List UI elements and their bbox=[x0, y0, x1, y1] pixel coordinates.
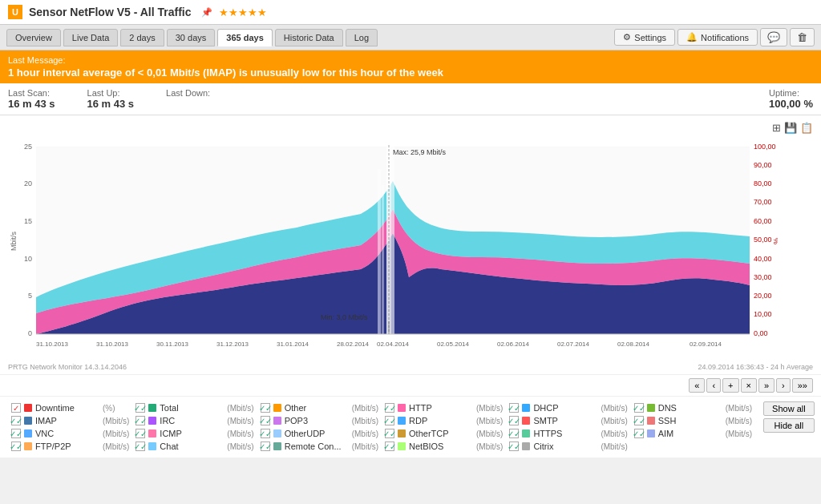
legend-dot-netbios bbox=[398, 442, 406, 450]
legend-item-citrix: ✓ Citrix (Mbit/s) bbox=[506, 440, 630, 453]
nav-close-button[interactable]: × bbox=[741, 378, 757, 393]
legend-label-total: Total bbox=[160, 403, 224, 413]
legend-check-imap[interactable]: ✓ bbox=[11, 416, 21, 425]
tab-2days[interactable]: 2 days bbox=[120, 29, 164, 46]
legend-check-othertcp[interactable]: ✓ bbox=[385, 429, 394, 438]
svg-text:02.09.2014: 02.09.2014 bbox=[690, 341, 722, 348]
legend-unit-vnc: (Mbit/s) bbox=[103, 429, 129, 438]
legend-check-smtp[interactable]: ✓ bbox=[509, 416, 519, 425]
legend-unit-icmp: (Mbit/s) bbox=[227, 429, 253, 438]
tab-overview[interactable]: Overview bbox=[6, 29, 61, 46]
legend-check-vnc[interactable]: ✓ bbox=[11, 429, 21, 438]
legend-check-otherudp[interactable]: ✓ bbox=[261, 429, 270, 438]
legend-unit-dhcp: (Mbit/s) bbox=[601, 404, 627, 413]
delete-button[interactable]: 🗑 bbox=[790, 28, 815, 46]
legend-check-dhcp[interactable]: ✓ bbox=[509, 403, 519, 413]
legend-check-other[interactable]: ✓ bbox=[261, 403, 270, 413]
svg-text:Max: 25,9 Mbit/s: Max: 25,9 Mbit/s bbox=[393, 148, 447, 156]
legend-unit-total: (Mbit/s) bbox=[227, 404, 253, 413]
legend-unit-netbios: (Mbit/s) bbox=[476, 442, 503, 451]
svg-text:Mbit/s: Mbit/s bbox=[10, 232, 18, 252]
legend-item-othertcp: ✓ OtherTCP (Mbit/s) bbox=[382, 427, 506, 440]
last-up: Last Up: 16 m 43 s bbox=[87, 88, 135, 110]
legend-check-https[interactable]: ✓ bbox=[509, 429, 519, 438]
show-all-button[interactable]: Show all bbox=[763, 401, 815, 416]
notifications-button[interactable]: 🔔 Notifications bbox=[677, 29, 758, 46]
nav-last-button[interactable]: »» bbox=[792, 378, 813, 393]
legend-label-ssh: SSH bbox=[658, 416, 722, 425]
uptime: Uptime: 100,00 % bbox=[769, 88, 813, 110]
legend-check-pop3[interactable]: ✓ bbox=[261, 416, 270, 425]
legend-check-netbios[interactable]: ✓ bbox=[385, 442, 394, 451]
legend-check-ftp[interactable]: ✓ bbox=[11, 442, 21, 451]
svg-text:%: % bbox=[772, 238, 778, 244]
svg-text:30.11.2013: 30.11.2013 bbox=[156, 341, 189, 348]
chart-svg: 25 20 15 10 5 0 Mbit/s 100,00 90,00 80,0… bbox=[8, 137, 778, 361]
legend-columns: Downtime (%) ✓ IMAP (Mbit/s) ✓ VNC (Mbit… bbox=[8, 401, 755, 453]
legend-col-5: ✓ DHCP (Mbit/s) ✓ SMTP (Mbit/s) ✓ HTTPS … bbox=[506, 401, 630, 453]
legend-check-dns[interactable]: ✓ bbox=[634, 403, 644, 413]
svg-rect-29 bbox=[382, 185, 384, 334]
legend-label-netbios: NetBIOS bbox=[409, 442, 473, 451]
tab-365days[interactable]: 365 days bbox=[217, 29, 272, 46]
legend-check-rdp[interactable]: ✓ bbox=[385, 416, 394, 425]
tab-livedata[interactable]: Live Data bbox=[63, 29, 118, 46]
chart-share-icon[interactable]: 📋 bbox=[800, 122, 813, 134]
legend-label-https: HTTPS bbox=[533, 429, 597, 438]
legend-check-citrix[interactable]: ✓ bbox=[509, 442, 519, 451]
legend-unit-aim: (Mbit/s) bbox=[726, 429, 752, 438]
legend-check-chat[interactable]: ✓ bbox=[135, 442, 145, 451]
legend-col-4: ✓ HTTP (Mbit/s) ✓ RDP (Mbit/s) ✓ OtherTC… bbox=[382, 401, 506, 453]
legend-label-citrix: Citrix bbox=[533, 442, 597, 451]
legend-check-icmp[interactable]: ✓ bbox=[135, 429, 145, 438]
settings-button[interactable]: ⚙ Settings bbox=[614, 29, 675, 46]
legend-check-ssh[interactable]: ✓ bbox=[634, 416, 644, 425]
svg-text:02.04.2014: 02.04.2014 bbox=[377, 341, 410, 348]
chart-container: ⊞ 💾 📋 25 20 15 10 5 0 Mbit/s 100,00 90,0… bbox=[0, 115, 821, 374]
chart-expand-icon[interactable]: ⊞ bbox=[772, 122, 781, 134]
chart-save-icon[interactable]: 💾 bbox=[784, 122, 797, 134]
nav-prev-button[interactable]: ‹ bbox=[706, 378, 721, 393]
legend-dot-chat bbox=[148, 442, 156, 450]
legend-label-rdp: RDP bbox=[409, 416, 473, 425]
legend-check-remotecon[interactable]: ✓ bbox=[261, 442, 270, 451]
chart-footer-right: 24.09.2014 16:36:43 - 24 h Average bbox=[698, 363, 813, 371]
title-bar: U Sensor NetFlow V5 - All Traffic 📌 ★★★★… bbox=[0, 0, 821, 25]
nav-zoom-in-button[interactable]: + bbox=[722, 378, 738, 393]
legend-unit-imap: (Mbit/s) bbox=[103, 417, 129, 425]
legend-check-total[interactable]: ✓ bbox=[135, 403, 145, 413]
legend-check-downtime[interactable] bbox=[11, 403, 21, 413]
nav-next-button[interactable]: › bbox=[776, 378, 791, 393]
hide-all-button[interactable]: Hide all bbox=[763, 418, 815, 433]
legend-check-http[interactable]: ✓ bbox=[385, 403, 394, 413]
legend-item-https: ✓ HTTPS (Mbit/s) bbox=[506, 427, 630, 440]
nav-zoom-out-button[interactable]: » bbox=[758, 378, 774, 393]
svg-text:0: 0 bbox=[28, 329, 32, 337]
svg-text:28.02.2014: 28.02.2014 bbox=[337, 341, 370, 348]
legend-label-irc: IRC bbox=[160, 416, 224, 425]
tab-log[interactable]: Log bbox=[346, 29, 378, 46]
legend-item-imap: ✓ IMAP (Mbit/s) bbox=[8, 414, 132, 427]
legend-dot-ssh bbox=[647, 417, 655, 425]
tab-historicdata[interactable]: Historic Data bbox=[275, 29, 343, 46]
tab-30days[interactable]: 30 days bbox=[167, 29, 216, 46]
nav-arrows: « ‹ + × » › »» bbox=[0, 374, 821, 396]
legend-dot-other bbox=[273, 404, 281, 412]
legend-item-dhcp: ✓ DHCP (Mbit/s) bbox=[506, 401, 630, 414]
legend-dot-dns bbox=[647, 404, 655, 412]
legend-actions: Show all Hide all bbox=[755, 401, 815, 433]
svg-text:5: 5 bbox=[28, 292, 32, 300]
pin-icon: 📌 bbox=[201, 7, 212, 18]
svg-text:30,00: 30,00 bbox=[754, 273, 772, 281]
nav-first-button[interactable]: « bbox=[689, 378, 705, 393]
legend-dot-imap bbox=[24, 417, 32, 425]
chat-button[interactable]: 💬 bbox=[760, 28, 787, 46]
legend-check-irc[interactable]: ✓ bbox=[135, 416, 145, 425]
legend-unit-pop3: (Mbit/s) bbox=[352, 417, 378, 425]
svg-rect-27 bbox=[391, 145, 394, 334]
legend-check-aim[interactable]: ✓ bbox=[634, 429, 644, 438]
svg-text:31.01.2014: 31.01.2014 bbox=[277, 341, 309, 348]
legend-item-rdp: ✓ RDP (Mbit/s) bbox=[382, 414, 506, 427]
legend-item-otherudp: ✓ OtherUDP (Mbit/s) bbox=[257, 427, 382, 440]
legend-item-vnc: ✓ VNC (Mbit/s) bbox=[8, 427, 132, 440]
